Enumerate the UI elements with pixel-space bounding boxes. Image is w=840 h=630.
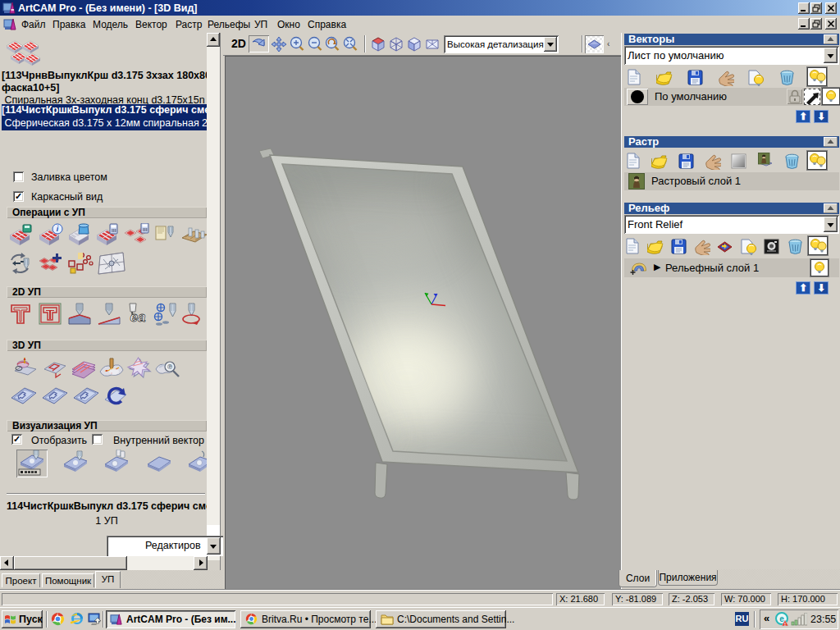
svg-text:!: ! [784,622,786,627]
svg-text:℗: ℗ [167,363,172,371]
svg-text:ea: ea [130,309,146,325]
